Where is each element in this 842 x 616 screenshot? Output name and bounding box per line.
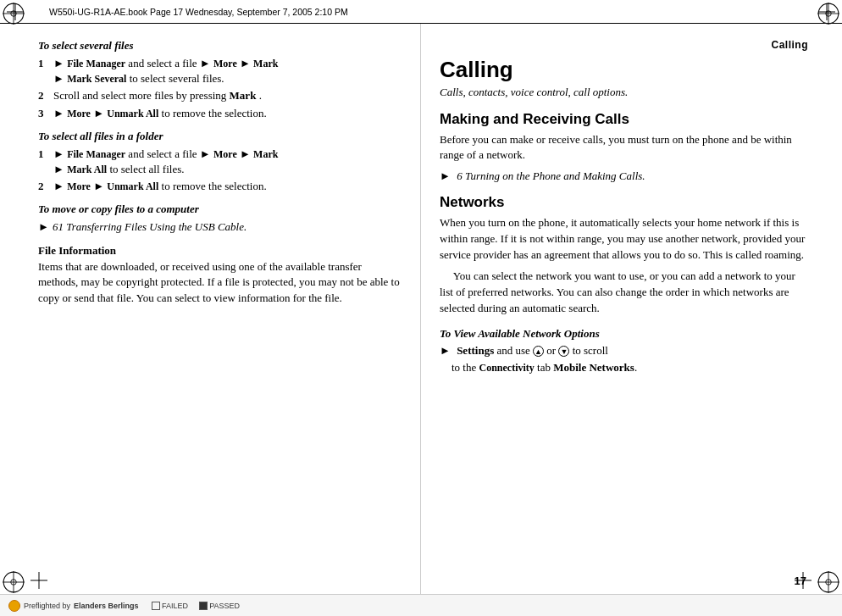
menu-mark-all: Mark All: [67, 164, 107, 175]
left-column: To select several files 1 ► File Manager…: [0, 24, 421, 594]
menu-unmark-all: Unmark All: [107, 108, 158, 119]
footer-logo-circle: [8, 600, 20, 612]
networks-para2-content: You can select the network you want to u…: [440, 269, 795, 314]
networks-para1: When you turn on the phone, it automatic…: [440, 215, 808, 264]
text-remove: to remove the selection.: [162, 107, 267, 119]
main-heading: Calling: [440, 58, 808, 82]
section4-heading: File Information: [38, 244, 403, 258]
to-view-second-line: to the Connectivity tab Mobile Networks.: [440, 360, 808, 376]
arrow-icon10: ►: [53, 163, 64, 175]
and-use-text: and use: [494, 344, 533, 357]
footer-logo-name: Elanders Berlings: [74, 602, 139, 610]
footer-preflight-text: Preflighted by: [24, 602, 70, 610]
list-num: 2: [38, 179, 50, 194]
text-scroll: Scroll and select more files by pressing: [53, 89, 230, 102]
to-scroll-text: to scroll: [569, 344, 608, 357]
list-item: 3 ► More ► Unmark All to remove the sele…: [38, 106, 403, 121]
list-num: 1: [38, 56, 50, 86]
end-period: .: [634, 361, 637, 374]
content-area: To select several files 1 ► File Manager…: [0, 24, 842, 594]
text-and-select2: and select a file: [128, 147, 199, 160]
arrow-icon2: ►: [200, 57, 211, 69]
arrow-icon11: ►: [53, 180, 64, 192]
footer-checkbox-failed: FAILED: [152, 602, 188, 610]
arrow-icon12: ►: [93, 180, 104, 192]
list-item: 1 ► File Manager and select a file ► Mor…: [38, 147, 403, 177]
crosshair-bottom-right-icon: [795, 572, 812, 589]
section1-ref: ► 6 Turning on the Phone and Making Call…: [440, 169, 808, 184]
footer-checkbox-passed: PASSED: [199, 602, 240, 610]
list-item: 1 ► File Manager and select a file ► Mor…: [38, 56, 403, 86]
header-text: W550i-UG-R1A-AE.book Page 17 Wednesday, …: [49, 7, 348, 17]
networks-para2: You can select the network you want to u…: [440, 269, 808, 317]
menu-more3: More: [213, 148, 237, 160]
arrow-icon3: ►: [240, 57, 251, 69]
connectivity-text: Connectivity: [479, 362, 535, 374]
or-text: or: [544, 344, 558, 357]
footer-spacer2: [191, 602, 196, 610]
section3-bullet-text: 61 Transferring Files Using the USB Cabl…: [53, 219, 247, 235]
list-content: ► More ► Unmark All to remove the select…: [53, 179, 403, 194]
menu-unmark-all2: Unmark All: [107, 180, 158, 192]
period: .: [259, 89, 262, 102]
menu-mark-several: Mark Several: [67, 73, 126, 85]
list-num: 1: [38, 147, 50, 177]
arrow-icon: ►: [53, 57, 64, 69]
corner-decoration-tr: [817, 2, 840, 25]
right-column-header: Calling: [440, 39, 808, 51]
header: W550i-UG-R1A-AE.book Page 17 Wednesday, …: [0, 0, 842, 24]
corner-decoration-bl: [2, 570, 25, 594]
footer: Preflighted by Elanders Berlings FAILED …: [0, 594, 842, 616]
arrow-ref-icon: ►: [440, 169, 451, 184]
section3-bullet: ► 61 Transferring Files Using the USB Ca…: [38, 219, 403, 235]
section2-heading: To select all files in a folder: [38, 130, 403, 143]
menu-mark: Mark: [253, 58, 278, 69]
list-num: 3: [38, 106, 50, 121]
section1-text: Before you can make or receive calls, yo…: [440, 132, 808, 164]
tab-text: tab: [535, 361, 553, 374]
text-to-select: to select several files.: [130, 72, 224, 85]
checkbox-failed-icon: [152, 602, 160, 610]
list-content: ► File Manager and select a file ► More …: [53, 147, 403, 177]
arrow-icon5: ►: [53, 107, 64, 119]
right-column: Calling Calling Calls, contacts, voice c…: [421, 24, 842, 594]
settings-bold: Settings: [457, 344, 494, 357]
arrow-icon6: ►: [93, 107, 104, 119]
arrow-bullet-icon: ►: [38, 219, 49, 235]
section3-heading: To move or copy files to a computer: [38, 203, 403, 216]
arrow-settings-icon: ►: [440, 343, 451, 358]
section1-title: Making and Receiving Calls: [440, 111, 808, 128]
menu-more2: More: [67, 108, 91, 119]
section1-heading: To select several files: [38, 39, 403, 53]
sub-header: Calls, contacts, voice control, call opt…: [440, 86, 808, 99]
corner-decoration-br: [817, 570, 840, 594]
footer-logo: Preflighted by Elanders Berlings FAILED …: [8, 600, 240, 612]
down-circle: ▼: [558, 346, 569, 357]
arrow-icon9: ►: [240, 147, 251, 160]
menu-more4: More: [67, 180, 91, 192]
to-view-text: Settings and use ▲ or ▼ to scroll: [454, 343, 608, 358]
corner-decoration-tl: [2, 2, 25, 25]
menu-file-manager2: File Manager: [67, 148, 125, 160]
networks-para2-text: [440, 269, 451, 282]
section4-text: Items that are downloaded, or received u…: [38, 259, 403, 308]
to-view-heading: To View Available Network Options: [440, 327, 808, 341]
menu-file-manager: File Manager: [67, 58, 125, 69]
to-the-text: to the: [451, 361, 479, 374]
list-item: 2 Scroll and select more files by pressi…: [38, 88, 403, 103]
crosshair-bottom-left-icon: [30, 572, 47, 589]
arrow-icon4: ►: [53, 72, 64, 85]
text-and-select: and select a file: [128, 57, 199, 69]
mark-bold: Mark: [230, 89, 257, 102]
passed-label: PASSED: [209, 602, 240, 610]
arrow-icon7: ►: [53, 147, 64, 160]
menu-mark2: Mark: [253, 148, 278, 160]
ref-italic: 6 Turning on the Phone and Making Calls.: [457, 169, 645, 182]
to-view-bullet: ► Settings and use ▲ or ▼ to scroll: [440, 343, 808, 358]
list-item: 2 ► More ► Unmark All to remove the sele…: [38, 179, 403, 194]
mobile-networks-text: Mobile Networks: [553, 361, 634, 374]
text-to-select-all: to select all files.: [109, 163, 184, 175]
arrow-icon8: ►: [200, 147, 211, 160]
section1-text-content: Before you can make or receive calls, yo…: [440, 133, 792, 162]
list-content: Scroll and select more files by pressing…: [53, 88, 403, 103]
